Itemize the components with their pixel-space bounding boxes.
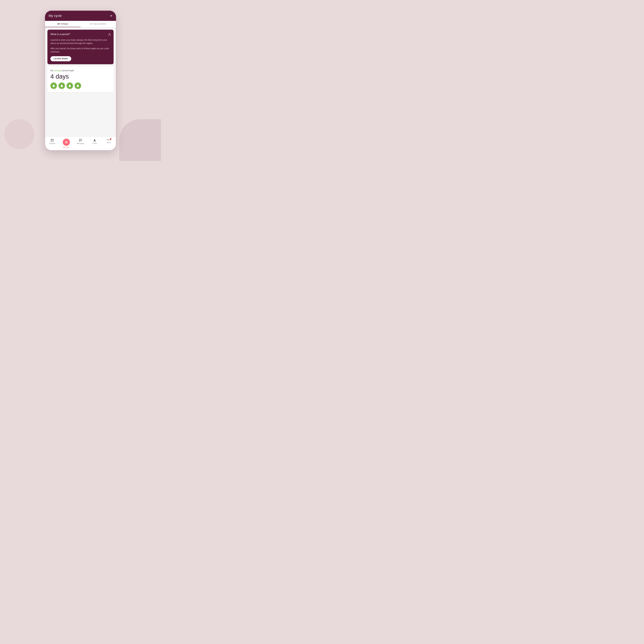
messages-icon	[79, 139, 82, 142]
info-card-paragraph-1: A period is when your body releases the …	[50, 38, 111, 45]
svg-point-5	[66, 142, 67, 143]
bg-shape-left	[4, 119, 34, 149]
svg-point-11	[109, 139, 109, 140]
drop-svg-4	[76, 84, 79, 87]
info-card-paragraph-2: After your period, the lining starts to …	[50, 47, 111, 54]
info-card-title: What is a period?	[50, 33, 70, 36]
notification-dot	[110, 138, 111, 140]
svg-point-10	[107, 139, 108, 140]
profile-icon	[93, 139, 96, 142]
bottom-nav: Calendar My cycle	[45, 137, 116, 150]
active-nav-wrapper	[63, 139, 70, 146]
learn-more-button[interactable]: LEARN MORE	[50, 56, 71, 61]
drop-icon-4	[75, 82, 81, 89]
average-period-card: My average period length 4 days	[47, 66, 114, 92]
cycle-icon	[65, 141, 68, 144]
drop-svg-2	[60, 84, 63, 87]
svg-rect-0	[51, 139, 53, 142]
tabs-bar: MY CYCLE MY MEASURING	[45, 21, 116, 27]
nav-label-profile: Profile	[92, 143, 97, 144]
nav-item-my-cycle[interactable]: My cycle	[59, 138, 73, 149]
nav-label-messages: Messages	[77, 143, 84, 144]
header: My cycle +	[45, 11, 116, 21]
stats-label: My average period length	[50, 69, 111, 72]
svg-point-9	[94, 139, 95, 140]
chevron-up-icon[interactable]: ⋀	[108, 33, 111, 36]
add-button[interactable]: +	[110, 13, 112, 18]
bg-shape-right	[119, 119, 161, 161]
drop-icon-3	[66, 82, 73, 89]
nav-label-my-cycle: My cycle	[63, 146, 69, 148]
header-title: My cycle	[49, 14, 62, 18]
drop-svg-1	[52, 84, 55, 87]
phone-frame: My cycle + MY CYCLE MY MEASURING What is…	[45, 10, 116, 151]
drop-icon-2	[58, 82, 65, 89]
nav-label-more: More	[107, 142, 111, 143]
nav-item-more[interactable]: More	[102, 138, 116, 149]
tab-my-measuring[interactable]: MY MEASURING	[81, 21, 116, 27]
info-card-header: What is a period? ⋀	[50, 33, 111, 36]
nav-label-calendar: Calendar	[49, 143, 55, 144]
svg-rect-4	[51, 140, 52, 141]
drop-icon-1	[50, 82, 57, 89]
drop-icons-row	[50, 82, 111, 89]
nav-item-profile[interactable]: Profile	[88, 138, 102, 149]
period-info-card: What is a period? ⋀ A period is when you…	[47, 30, 114, 64]
more-icon	[107, 139, 111, 141]
main-content: What is a period? ⋀ A period is when you…	[45, 27, 116, 137]
stats-value: 4 days	[50, 73, 111, 80]
nav-item-messages[interactable]: Messages	[73, 138, 88, 149]
drop-svg-3	[68, 84, 71, 87]
calendar-icon	[51, 139, 54, 142]
tab-my-cycle[interactable]: MY CYCLE	[45, 21, 81, 27]
nav-item-calendar[interactable]: Calendar	[45, 138, 59, 149]
